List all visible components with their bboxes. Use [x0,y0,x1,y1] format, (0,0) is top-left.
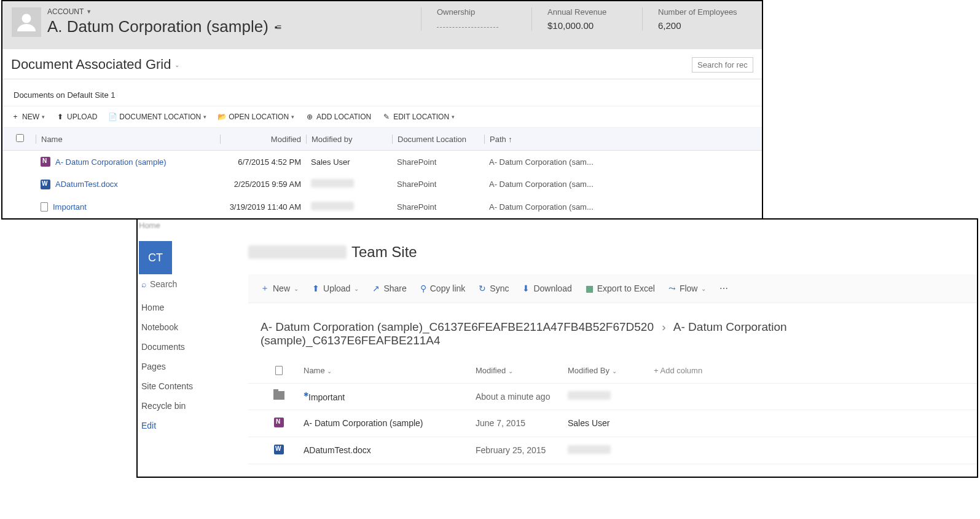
col-modified[interactable]: Modified ⌄ [469,366,562,377]
sp-breadcrumb: A- Datum Corporation (sample)_C6137E6FEA… [248,303,977,360]
col-modified[interactable]: Modified [220,135,306,144]
col-name[interactable]: Name ⌄ [297,366,469,377]
col-name[interactable]: Name [36,135,220,144]
summary-value[interactable]: 6,200 [658,20,737,31]
sp-main: Team Site ＋New⌄ ⬆Upload⌄ ↗Share ⚲Copy li… [248,230,977,477]
sp-download-button[interactable]: ⬇Download [522,283,571,293]
sp-more-button[interactable]: ⋯ [719,283,728,293]
upload-button[interactable]: ⬆UPLOAD [56,113,97,121]
btn-label: Add column [661,366,703,375]
summary-value[interactable]: $10,000.00 [547,20,627,31]
nav-link[interactable]: Pages [139,357,242,376]
name-cell[interactable]: A- Datum Corporation (sample) [297,418,469,428]
nav-edit[interactable]: Edit [139,416,242,435]
edit-location-button[interactable]: ✎EDIT LOCATION▾ [382,113,455,121]
flow-icon: ⤳ [668,283,676,293]
btn-label: Export to Excel [597,283,655,293]
new-marker-icon: ✱ [304,391,308,398]
path-cell: A- Datum Corporation (sam... [484,180,607,189]
crm-header: ACCOUNT ▼ A. Datum Corporation (sample) … [2,1,762,49]
summary-value-empty[interactable] [437,20,498,28]
icon-cell [261,445,297,456]
location-breadcrumb: Documents on Default Site 1 [2,79,762,106]
breadcrumb-seg[interactable]: A- Datum Corporation (sample)_C6137E6FEA… [261,320,654,333]
file-link[interactable]: ADatumTest.docx [41,180,215,189]
sp-new-button[interactable]: ＋New⌄ [261,283,299,294]
table-row[interactable]: Important 3/19/2019 11:40 AM SharePoint … [2,196,762,218]
document-location-button[interactable]: 📄DOCUMENT LOCATION▾ [108,113,206,121]
account-name-text: A. Datum Corporation (sample) [47,17,269,36]
col-modified-by[interactable]: Modified by [306,135,392,144]
btn-label: New [273,283,290,293]
upload-icon: ⬆ [312,283,319,293]
plus-icon: + [11,113,20,121]
sp-sync-button[interactable]: ↻Sync [479,283,509,293]
path-cell: A- Datum Corporation (sam... [484,202,607,212]
add-location-button[interactable]: ⊕ADD LOCATION [305,113,371,121]
btn-label: Upload [323,283,350,293]
nav-link[interactable]: Home [139,298,242,317]
btn-label: Sync [490,283,509,293]
modified-by-text: Sales User [311,157,350,167]
entity-label[interactable]: ACCOUNT ▼ [47,7,391,16]
open-location-button[interactable]: 📂OPEN LOCATION▾ [218,113,294,121]
chevron-down-icon: ▾ [203,114,206,120]
select-all-checkbox[interactable] [11,134,36,144]
nav-link[interactable]: Notebook [139,317,242,337]
file-link[interactable]: Important [41,202,215,212]
file-name: A- Datum Corporation (sample) [304,418,423,428]
nav-link[interactable]: Documents [139,337,242,357]
file-link[interactable]: A- Datum Corporation (sample) [41,157,215,167]
blurred-text [568,391,611,400]
col-type-icon[interactable] [261,366,297,377]
name-cell[interactable]: ✱Important [297,391,469,402]
table-row[interactable]: ADatumTest.docx 2/25/2015 9:59 AM ShareP… [2,173,762,196]
sp-search[interactable]: ⌕ Search [139,274,242,298]
avatar [12,7,41,37]
col-location[interactable]: Document Location [392,135,484,144]
word-icon [274,445,284,454]
sp-share-button[interactable]: ↗Share [372,283,406,293]
sp-upload-button[interactable]: ⬆Upload⌄ [312,283,359,293]
site-logo[interactable]: CT [139,241,172,274]
form-selector-icon[interactable]: ▪≡ [275,22,280,32]
location-cell: SharePoint [392,180,484,189]
account-name: A. Datum Corporation (sample) ▪≡ [47,17,391,36]
list-item[interactable]: ADatumTest.docx February 25, 2015 [248,437,977,464]
grid-title-dropdown[interactable]: Document Associated Grid ⌄ [11,57,179,73]
site-title[interactable]: Team Site [248,244,417,261]
sp-flow-button[interactable]: ⤳Flow⌄ [668,283,707,293]
icon-cell [261,391,297,402]
col-modified-by[interactable]: Modified By ⌄ [562,366,648,377]
table-row[interactable]: A- Datum Corporation (sample) 6/7/2015 4… [2,151,762,173]
search-input[interactable] [692,57,753,73]
search-label: Search [150,279,177,289]
sp-copylink-button[interactable]: ⚲Copy link [420,283,466,293]
modified-cell: June 7, 2015 [469,418,562,428]
add-location-icon: ⊕ [305,113,314,121]
nav-link[interactable]: Site Contents [139,376,242,396]
list-item[interactable]: ✱Important About a minute ago [248,384,977,410]
summary-ownership: Ownership [421,7,531,31]
col-path[interactable]: Path ↑ [484,135,607,144]
list-item[interactable]: A- Datum Corporation (sample) June 7, 20… [248,410,977,437]
share-icon: ↗ [372,283,380,293]
file-name: ADatumTest.docx [304,445,371,455]
summary-label: Annual Revenue [547,7,627,17]
summary-label: Ownership [437,7,516,17]
modified-cell: 3/19/2019 11:40 AM [220,202,306,212]
sharepoint-panel: Home CT ⌕ Search HomeNotebookDocumentsPa… [136,218,978,478]
file-name: Important [308,392,345,402]
btn-label: ADD LOCATION [316,113,371,121]
summary-fields: Ownership Annual Revenue $10,000.00 Numb… [421,7,753,31]
name-cell[interactable]: ADatumTest.docx [297,445,469,455]
modified-by-cell [562,391,648,402]
btn-label: Copy link [430,283,466,293]
checkbox[interactable] [16,134,24,142]
nav-link[interactable]: Recycle bin [139,396,242,416]
new-button[interactable]: +NEW▾ [11,113,45,121]
modified-cell: 6/7/2015 4:52 PM [220,157,306,167]
sp-export-button[interactable]: ▦Export to Excel [586,283,655,293]
svg-point-0 [22,14,31,23]
add-column-button[interactable]: + Add column [648,366,708,377]
